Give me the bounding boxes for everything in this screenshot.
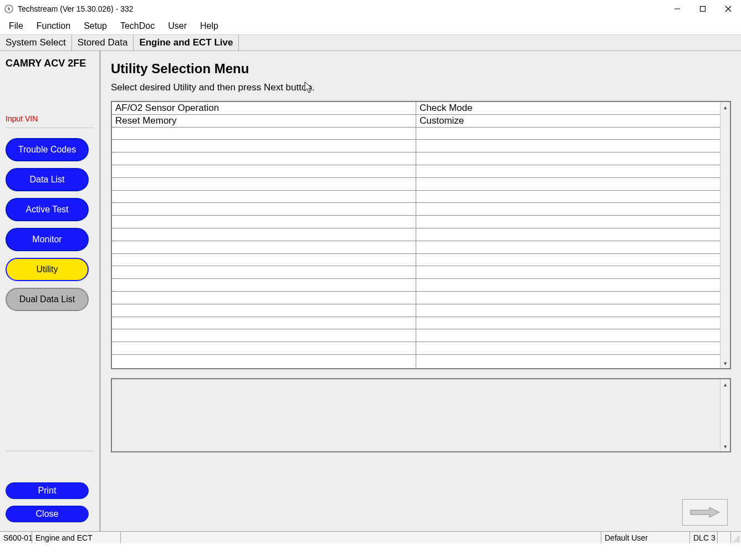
table-row[interactable]	[112, 329, 720, 342]
table-cell[interactable]	[112, 228, 416, 241]
monitor-button[interactable]: Monitor	[6, 228, 89, 251]
instruction-text: Select desired Utility and then press Ne…	[111, 82, 731, 93]
status-empty	[121, 532, 601, 543]
table-row[interactable]	[112, 266, 720, 279]
table-row[interactable]	[112, 342, 720, 355]
table-row[interactable]	[112, 191, 720, 203]
table-cell[interactable]	[112, 304, 416, 317]
description-box: ▴ ▾	[111, 378, 731, 452]
table-cell[interactable]	[416, 140, 720, 152]
table-cell[interactable]	[416, 329, 720, 342]
table-cell[interactable]	[416, 317, 720, 329]
table-row[interactable]	[112, 152, 720, 165]
table-cell[interactable]	[416, 292, 720, 304]
next-button[interactable]	[682, 499, 728, 526]
table-cell[interactable]	[416, 279, 720, 291]
input-vin-label[interactable]: Input VIN	[6, 114, 94, 128]
table-cell[interactable]	[112, 355, 416, 368]
menu-help[interactable]: Help	[193, 19, 225, 33]
table-row[interactable]	[112, 203, 720, 216]
dual-data-list-button[interactable]: Dual Data List	[6, 288, 89, 311]
table-cell[interactable]	[112, 241, 416, 253]
description-scrollbar[interactable]: ▴ ▾	[720, 379, 730, 451]
connection-led	[718, 532, 731, 543]
table-cell[interactable]	[416, 152, 720, 165]
print-button[interactable]: Print	[6, 482, 89, 499]
table-cell[interactable]	[112, 266, 416, 278]
table-row[interactable]: AF/O2 Sensor OperationCheck Mode	[112, 102, 720, 115]
close-app-button[interactable]: Close	[6, 506, 89, 522]
menu-file[interactable]: File	[2, 19, 30, 33]
scroll-up-icon[interactable]: ▴	[720, 102, 730, 112]
table-cell[interactable]	[416, 216, 720, 228]
menu-function[interactable]: Function	[30, 19, 77, 33]
table-cell[interactable]	[112, 329, 416, 342]
table-row[interactable]	[112, 228, 720, 241]
table-cell[interactable]: Check Mode	[416, 102, 720, 114]
table-row[interactable]	[112, 178, 720, 191]
table-row[interactable]	[112, 128, 720, 140]
table-cell[interactable]	[112, 317, 416, 329]
table-cell[interactable]	[416, 241, 720, 253]
table-cell[interactable]	[112, 191, 416, 203]
table-cell[interactable]	[112, 216, 416, 228]
table-cell[interactable]: AF/O2 Sensor Operation	[112, 102, 416, 114]
table-cell[interactable]	[112, 342, 416, 354]
table-row[interactable]	[112, 165, 720, 178]
table-cell[interactable]	[416, 128, 720, 140]
table-cell[interactable]	[416, 228, 720, 241]
tab-stored-data[interactable]: Stored Data	[72, 35, 134, 50]
table-row[interactable]	[112, 304, 720, 317]
table-row[interactable]: Reset MemoryCustomize	[112, 115, 720, 128]
trouble-codes-button[interactable]: Trouble Codes	[6, 138, 89, 161]
table-row[interactable]	[112, 292, 720, 304]
tab-system-select[interactable]: System Select	[0, 35, 72, 50]
table-row[interactable]	[112, 355, 720, 368]
sidebar: CAMRY ACV 2FE Input VIN Trouble Codes Da…	[0, 51, 101, 531]
table-cell[interactable]	[112, 279, 416, 291]
menu-user[interactable]: User	[161, 19, 193, 33]
resize-grip-icon[interactable]	[731, 532, 741, 543]
table-cell[interactable]	[416, 266, 720, 278]
menu-setup[interactable]: Setup	[77, 19, 114, 33]
close-button[interactable]	[716, 0, 741, 18]
table-cell[interactable]	[416, 355, 720, 368]
minimize-button[interactable]	[665, 0, 690, 18]
table-cell[interactable]	[112, 254, 416, 266]
table-cell[interactable]	[416, 191, 720, 203]
table-row[interactable]	[112, 254, 720, 267]
table-row[interactable]	[112, 241, 720, 254]
table-row[interactable]	[112, 216, 720, 228]
scroll-down-icon[interactable]: ▾	[720, 441, 730, 451]
table-cell[interactable]	[112, 178, 416, 190]
table-cell[interactable]	[416, 165, 720, 177]
data-list-button[interactable]: Data List	[6, 168, 89, 191]
table-cell[interactable]	[416, 178, 720, 190]
table-cell[interactable]	[112, 165, 416, 177]
scroll-up-icon[interactable]: ▴	[720, 379, 730, 389]
table-cell[interactable]	[112, 152, 416, 165]
table-cell[interactable]	[112, 128, 416, 140]
table-cell[interactable]	[112, 140, 416, 152]
tab-engine-ect-live[interactable]: Engine and ECT Live	[134, 35, 239, 50]
table-cell[interactable]	[416, 203, 720, 215]
table-cell[interactable]	[416, 342, 720, 354]
table-cell[interactable]: Reset Memory	[112, 115, 416, 127]
table-cell[interactable]	[112, 203, 416, 215]
app-icon	[4, 4, 13, 13]
maximize-button[interactable]	[690, 0, 716, 18]
table-row[interactable]	[112, 279, 720, 292]
menubar: File Function Setup TechDoc User Help	[0, 18, 741, 34]
table-scrollbar[interactable]: ▴ ▾	[720, 102, 730, 368]
table-cell[interactable]	[112, 292, 416, 304]
utility-button[interactable]: Utility	[6, 258, 89, 281]
active-test-button[interactable]: Active Test	[6, 198, 89, 221]
table-cell[interactable]	[416, 254, 720, 266]
table-cell[interactable]: Customize	[416, 115, 720, 127]
status-dlc: DLC 3	[690, 532, 718, 543]
scroll-down-icon[interactable]: ▾	[720, 358, 730, 368]
table-row[interactable]	[112, 317, 720, 330]
menu-techdoc[interactable]: TechDoc	[114, 19, 161, 33]
table-row[interactable]	[112, 140, 720, 152]
table-cell[interactable]	[416, 304, 720, 317]
